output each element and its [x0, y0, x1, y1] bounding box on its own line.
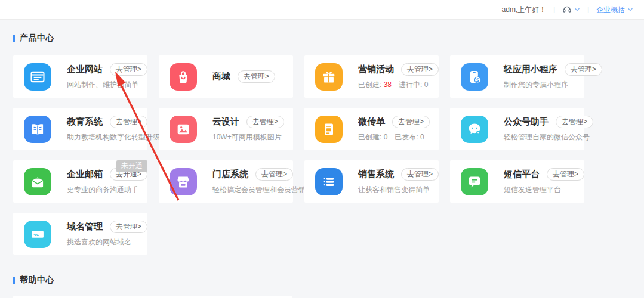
manage-button-domain[interactable]: 去管理> — [110, 221, 147, 233]
product-description: 轻松搞定会员管理和会员营销 — [212, 185, 293, 195]
topbar: adm,上午好！ | | 企业概括 — [0, 0, 644, 20]
product-description: 短信发送管理平台 — [504, 185, 584, 195]
product-title: 企业网站 — [67, 64, 103, 75]
divider: | — [553, 6, 555, 13]
envelope-icon — [24, 168, 51, 195]
product-description: 已创建: 38 进行中: 0 — [358, 80, 439, 90]
product-description: 网站制作、维护都简单 — [67, 80, 147, 90]
account-overview-label: 企业概括 — [596, 5, 625, 15]
stat-value: 38 — [384, 80, 392, 89]
help-card — [13, 296, 292, 298]
product-title: 销售系统 — [358, 169, 394, 180]
product-description: 挑选喜欢的网站域名 — [67, 237, 147, 247]
products-section-header: 产品中心 — [13, 33, 631, 44]
open-book-icon — [24, 116, 51, 143]
product-description: 轻松管理自家的微信公众号 — [504, 132, 584, 142]
headset-icon — [562, 4, 572, 15]
manage-button-sales[interactable]: 去管理> — [401, 168, 439, 181]
svg-text:›w.=: ›w.= — [33, 232, 42, 237]
product-card-mall[interactable]: 商城去管理> — [159, 55, 293, 98]
manage-button-marketing[interactable]: 去管理> — [401, 63, 439, 76]
shopping-bag-icon — [170, 63, 197, 91]
product-card-sms[interactable]: 短信平台去管理>短信发送管理平台 — [450, 160, 584, 203]
chevron-down-icon — [627, 5, 633, 14]
manage-button-sms[interactable]: 去管理> — [547, 168, 584, 181]
product-description: 让获客和销售变得简单 — [358, 185, 439, 195]
product-title: 门店系统 — [212, 169, 248, 180]
mini-program-icon — [461, 63, 488, 91]
product-description: 更专业的商务沟通助手 — [67, 185, 147, 195]
customer-service-menu[interactable] — [562, 4, 580, 15]
section-accent-bar — [13, 35, 15, 42]
product-description: 制作您的专属小程序 — [504, 80, 584, 90]
manage-button-flyer[interactable]: 去管理> — [392, 116, 430, 128]
product-grid: 企业网站去管理>网站制作、维护都简单商城去管理>营销活动去管理>已创建: 38 … — [13, 55, 631, 255]
product-title: 微传单 — [358, 116, 385, 128]
message-icon — [461, 168, 488, 195]
product-card-miniapp[interactable]: 轻应用小程序去管理>制作您的专属小程序 — [450, 55, 584, 98]
product-title: 短信平台 — [504, 169, 540, 180]
manage-button-wechat[interactable]: 去管理> — [556, 116, 593, 128]
product-card-design[interactable]: 云设计去管理>10W+可商用模板图片 — [159, 108, 293, 150]
gift-icon — [315, 63, 343, 91]
product-card-flyer[interactable]: 微传单去管理>已创建: 0 已发布: 0 — [304, 108, 439, 150]
product-title: 轻应用小程序 — [504, 64, 557, 75]
user-greeting: adm,上午好！ — [502, 5, 547, 15]
product-card-domain[interactable]: ›w.=域名管理去管理>挑选喜欢的网站域名 — [13, 213, 147, 255]
product-card-website[interactable]: 企业网站去管理>网站制作、维护都简单 — [13, 55, 147, 98]
product-title: 商城 — [212, 71, 230, 82]
product-description: 10W+可商用模板图片 — [212, 132, 284, 142]
product-title: 营销活动 — [358, 64, 394, 75]
product-card-store[interactable]: 门店系统去管理>轻松搞定会员管理和会员营销 — [159, 160, 293, 203]
product-card-sales[interactable]: 销售系统去管理>让获客和销售变得简单 — [304, 160, 439, 203]
image-icon — [170, 116, 197, 143]
manage-button-miniapp[interactable]: 去管理> — [565, 63, 602, 76]
storefront-icon — [170, 168, 197, 195]
manage-button-design[interactable]: 去管理> — [246, 116, 284, 128]
section-accent-bar — [13, 277, 15, 284]
list-icon — [315, 168, 343, 195]
product-card-wechat[interactable]: 公众号助手去管理>轻松管理自家的微信公众号 — [450, 108, 584, 150]
product-card-education[interactable]: 教育系统去管理>助力教培机构数字化转型升级 — [13, 108, 147, 150]
not-activated-badge: 未开通 — [116, 160, 147, 172]
main-content: 产品中心 企业网站去管理>网站制作、维护都简单商城去管理>营销活动去管理>已创建… — [0, 33, 644, 298]
domain-icon: ›w.= — [24, 221, 51, 248]
chevron-down-icon — [574, 5, 580, 14]
manage-button-education[interactable]: 去管理> — [110, 116, 147, 128]
help-section-header: 帮助中心 — [13, 275, 631, 285]
product-description: 已创建: 0 已发布: 0 — [358, 132, 430, 142]
divider: | — [587, 6, 589, 13]
product-title: 公众号助手 — [504, 116, 549, 128]
products-section-title: 产品中心 — [20, 33, 54, 44]
product-card-marketing[interactable]: 营销活动去管理>已创建: 38 进行中: 0 — [304, 55, 439, 98]
browser-icon — [24, 63, 51, 91]
manage-button-mall[interactable]: 去管理> — [238, 70, 275, 83]
flyer-icon — [315, 116, 343, 143]
account-overview-menu[interactable]: 企业概括 — [596, 5, 633, 15]
manage-button-website[interactable]: 去管理> — [110, 63, 147, 76]
chat-gear-icon — [461, 116, 488, 143]
product-title: 教育系统 — [67, 116, 103, 128]
product-card-mail[interactable]: 企业邮箱去开通>更专业的商务沟通助手未开通 — [13, 160, 147, 203]
product-title: 域名管理 — [67, 221, 103, 232]
help-section-title: 帮助中心 — [20, 275, 54, 285]
product-description: 助力教培机构数字化转型升级 — [67, 132, 147, 142]
product-title: 云设计 — [212, 116, 239, 128]
product-title: 企业邮箱 — [67, 169, 103, 180]
manage-button-store[interactable]: 去管理> — [255, 168, 293, 181]
